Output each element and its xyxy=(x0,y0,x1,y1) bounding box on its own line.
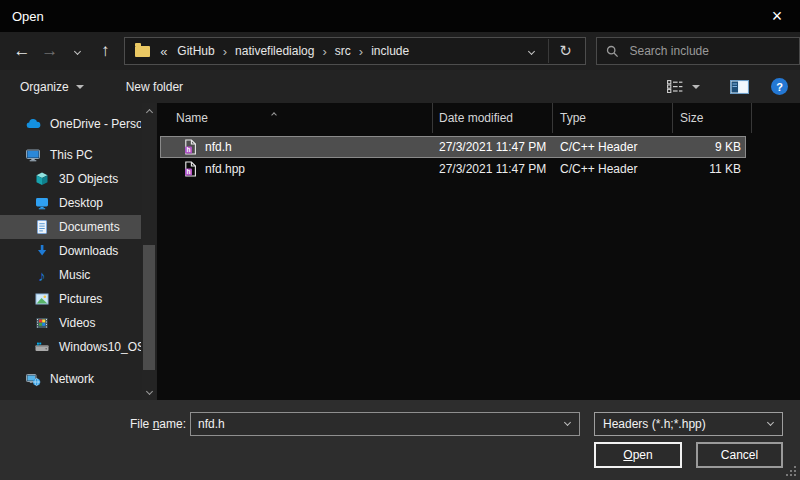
sidebar-item-onedrive[interactable]: OneDrive - Persor xyxy=(0,112,141,136)
sidebar-item-label: Videos xyxy=(59,316,95,330)
breadcrumb-item-nativefiledialog[interactable]: nativefiledialog xyxy=(229,38,320,64)
scrollbar-thumb[interactable] xyxy=(143,245,155,370)
file-name-input[interactable] xyxy=(191,417,555,431)
search-input[interactable] xyxy=(628,43,791,59)
column-header-date-modified[interactable]: Date modified xyxy=(433,103,553,133)
preview-pane-button[interactable] xyxy=(724,74,755,100)
sidebar-item-label: Downloads xyxy=(59,244,118,258)
chevron-down-icon xyxy=(563,419,570,426)
header-file-icon: h xyxy=(184,161,197,177)
sidebar-scrollbar[interactable] xyxy=(142,103,156,400)
table-row[interactable]: h nfd.h 27/3/2021 11:47 PM C/C++ Header … xyxy=(160,136,746,158)
details-view-icon xyxy=(667,80,683,93)
file-list-pane: Name Date modified Type Size xyxy=(157,103,800,400)
column-header-size[interactable]: Size xyxy=(673,103,752,133)
resize-grip[interactable] xyxy=(787,467,796,476)
breadcrumb-separator: › xyxy=(320,44,328,59)
sidebar-item-label: Windows10_OS ( xyxy=(59,340,141,354)
refresh-icon: ↻ xyxy=(559,42,572,60)
address-bar-divider xyxy=(548,39,549,63)
sidebar-item-label: 3D Objects xyxy=(59,172,118,186)
sidebar-item-label: Music xyxy=(59,268,90,282)
navigation-pane: OneDrive - Persor This PC xyxy=(0,103,157,400)
address-bar[interactable]: « GitHub › nativefiledialog › src › incl… xyxy=(124,37,585,65)
download-arrow-icon xyxy=(34,243,50,259)
close-icon: × xyxy=(772,7,783,25)
sidebar-item-this-pc[interactable]: This PC xyxy=(0,143,141,167)
sidebar-item-label: Network xyxy=(50,372,94,386)
cube-icon xyxy=(34,171,50,187)
sort-ascending-icon xyxy=(272,106,276,120)
column-header-row: Name Date modified Type Size xyxy=(157,103,800,133)
column-header-type[interactable]: Type xyxy=(553,103,673,133)
up-button[interactable]: ↑ xyxy=(91,37,119,65)
file-date-modified: 27/3/2021 11:47 PM xyxy=(434,140,554,154)
organize-label: Organize xyxy=(20,80,69,94)
sidebar-item-desktop[interactable]: Desktop xyxy=(0,191,141,215)
sidebar-items: OneDrive - Persor This PC xyxy=(0,103,157,391)
window-title: Open xyxy=(12,9,44,24)
file-name-combobox[interactable] xyxy=(190,412,580,436)
new-folder-button[interactable]: New folder xyxy=(118,74,191,100)
file-rows: h nfd.h 27/3/2021 11:47 PM C/C++ Header … xyxy=(157,133,800,180)
organize-button[interactable]: Organize xyxy=(12,74,92,100)
search-box[interactable] xyxy=(596,37,800,65)
change-view-button[interactable] xyxy=(661,74,706,100)
chevron-up-icon xyxy=(145,108,152,115)
sidebar-item-3d-objects[interactable]: 3D Objects xyxy=(0,167,141,191)
chevron-down-icon xyxy=(76,85,84,89)
scroll-up-button[interactable] xyxy=(142,105,156,119)
scroll-down-button[interactable] xyxy=(142,384,156,398)
forward-button[interactable]: → xyxy=(36,37,64,65)
file-date-modified: 27/3/2021 11:47 PM xyxy=(434,162,554,176)
breadcrumb-item-github[interactable]: GitHub xyxy=(171,38,220,64)
cancel-button[interactable]: Cancel xyxy=(696,442,783,468)
chevron-down-icon xyxy=(145,387,152,394)
onedrive-cloud-icon xyxy=(25,116,41,132)
file-name: nfd.hpp xyxy=(205,162,245,176)
document-icon xyxy=(34,219,50,235)
music-note-icon: ♪ xyxy=(34,267,50,283)
sidebar-item-music[interactable]: ♪ Music xyxy=(0,263,141,287)
sidebar-item-label: Documents xyxy=(59,220,120,234)
column-header-name[interactable]: Name xyxy=(157,103,433,133)
breadcrumb-item-src[interactable]: src xyxy=(329,38,357,64)
help-button[interactable]: ? xyxy=(771,78,788,95)
sidebar-item-downloads[interactable]: Downloads xyxy=(0,239,141,263)
computer-icon xyxy=(25,147,41,163)
sidebar-item-windows10-os[interactable]: Windows10_OS ( xyxy=(0,335,141,359)
hard-drive-icon xyxy=(34,339,50,355)
main-area: OneDrive - Persor This PC xyxy=(0,103,800,400)
sidebar-item-label: Pictures xyxy=(59,292,102,306)
close-button[interactable]: × xyxy=(754,0,800,32)
sidebar-item-documents[interactable]: Documents xyxy=(0,215,141,239)
chevron-down-icon xyxy=(528,47,535,54)
picture-icon xyxy=(34,291,50,307)
file-name-dropdown-button[interactable] xyxy=(555,413,579,435)
file-type-dropdown-button[interactable] xyxy=(758,413,782,435)
command-toolbar: Organize New folder xyxy=(0,70,800,103)
recent-locations-button[interactable] xyxy=(64,37,92,65)
breadcrumb-overflow[interactable]: « xyxy=(156,44,171,59)
refresh-button[interactable]: ↻ xyxy=(553,38,579,64)
column-header-filler xyxy=(752,103,800,133)
address-dropdown-button[interactable] xyxy=(520,38,544,64)
file-name: nfd.h xyxy=(205,140,232,154)
header-file-icon: h xyxy=(184,139,197,155)
help-icon: ? xyxy=(776,81,783,93)
dialog-footer: File name: Headers (*.h;*.hpp) Open Canc… xyxy=(0,400,800,480)
up-arrow-icon: ↑ xyxy=(101,41,110,61)
breadcrumb-item-include[interactable]: include xyxy=(365,38,415,64)
back-button[interactable]: ← xyxy=(8,37,36,65)
table-row[interactable]: h nfd.hpp 27/3/2021 11:47 PM C/C++ Heade… xyxy=(160,158,746,180)
file-type-combobox[interactable]: Headers (*.h;*.hpp) xyxy=(594,412,783,436)
new-folder-label: New folder xyxy=(126,80,183,94)
chevron-down-icon xyxy=(692,85,700,89)
sidebar-item-network[interactable]: Network xyxy=(0,367,141,391)
sidebar-item-videos[interactable]: Videos xyxy=(0,311,141,335)
forward-arrow-icon: → xyxy=(41,41,58,61)
sidebar-item-label: This PC xyxy=(50,148,93,162)
back-arrow-icon: ← xyxy=(13,41,30,61)
open-button[interactable]: Open xyxy=(594,442,682,468)
sidebar-item-pictures[interactable]: Pictures xyxy=(0,287,141,311)
